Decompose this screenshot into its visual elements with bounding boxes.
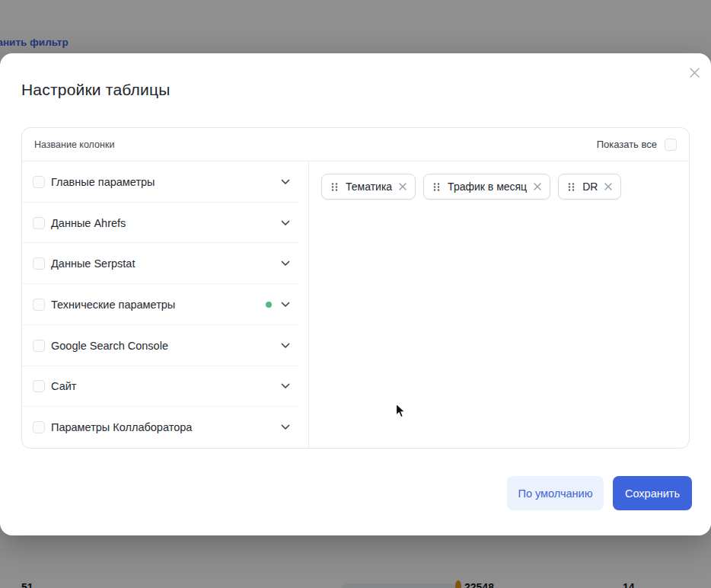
group-checkbox[interactable] bbox=[33, 176, 45, 188]
group-row-google-search-console[interactable]: Google Search Console bbox=[22, 325, 308, 366]
chip-remove-button[interactable] bbox=[533, 182, 542, 191]
chip-remove-button[interactable] bbox=[398, 182, 407, 191]
close-button[interactable] bbox=[685, 63, 703, 81]
screen: Сохранить фильтр 51 22548 14 Настройки т… bbox=[0, 0, 711, 588]
group-row-collaborator-params[interactable]: Параметры Коллабораторa bbox=[22, 407, 308, 448]
drag-handle-icon[interactable] bbox=[331, 182, 338, 192]
group-label: Сайт bbox=[51, 380, 76, 392]
panel-header: Название колонки Показать все bbox=[22, 128, 689, 161]
show-all-checkbox[interactable] bbox=[665, 139, 677, 151]
close-icon bbox=[689, 67, 700, 78]
chevron-down-icon[interactable] bbox=[281, 220, 290, 226]
drag-handle-icon[interactable] bbox=[433, 182, 440, 192]
drag-handle-icon[interactable] bbox=[568, 182, 575, 192]
group-checkbox[interactable] bbox=[33, 257, 45, 270]
active-indicator-dot bbox=[266, 302, 272, 308]
chip-dr[interactable]: DR bbox=[558, 174, 621, 200]
chevron-down-icon[interactable] bbox=[281, 383, 290, 389]
group-checkbox[interactable] bbox=[33, 217, 45, 229]
group-row-site[interactable]: Сайт bbox=[22, 366, 308, 407]
group-row-serpstat[interactable]: Данные Serpstat bbox=[22, 243, 308, 284]
group-row-ahrefs[interactable]: Данные Ahrefs bbox=[22, 203, 308, 244]
group-row-main-params[interactable]: Главные параметры bbox=[22, 161, 308, 203]
group-label: Данные Ahrefs bbox=[51, 217, 126, 229]
chevron-down-icon[interactable] bbox=[281, 260, 290, 267]
group-label: Google Search Console bbox=[51, 340, 168, 352]
close-icon bbox=[533, 182, 542, 191]
chevron-down-icon[interactable] bbox=[281, 424, 290, 430]
group-label: Параметры Коллабораторa bbox=[51, 421, 192, 433]
group-checkbox[interactable] bbox=[33, 299, 45, 311]
chip-remove-button[interactable] bbox=[604, 182, 613, 191]
group-checkbox[interactable] bbox=[33, 340, 45, 352]
chip-monthly-traffic[interactable]: Трафик в месяц bbox=[423, 174, 550, 200]
default-button[interactable]: По умолчанию bbox=[507, 476, 604, 510]
chip-topic[interactable]: Тематика bbox=[321, 174, 416, 200]
group-row-technical[interactable]: Технические параметры bbox=[22, 284, 308, 325]
columns-panel: Название колонки Показать все Главные па… bbox=[21, 127, 690, 449]
group-checkbox[interactable] bbox=[33, 380, 45, 392]
selected-columns-area: Тематика Трафик в месяц bbox=[309, 161, 689, 448]
show-all-control[interactable]: Показать все bbox=[597, 139, 677, 151]
panel-body: Главные параметры Данные Ahrefs bbox=[22, 161, 689, 448]
close-icon bbox=[398, 182, 407, 191]
group-label: Данные Serpstat bbox=[51, 257, 135, 270]
chevron-down-icon[interactable] bbox=[281, 179, 290, 185]
save-button[interactable]: Сохранить bbox=[613, 476, 692, 510]
chevron-down-icon[interactable] bbox=[281, 343, 290, 349]
group-label: Главные параметры bbox=[51, 176, 155, 188]
panel-header-title: Название колонки bbox=[34, 139, 114, 150]
group-list: Главные параметры Данные Ahrefs bbox=[22, 161, 309, 448]
group-label: Технические параметры bbox=[51, 299, 175, 311]
chevron-down-icon[interactable] bbox=[281, 302, 290, 308]
modal-title: Настройки таблицы bbox=[21, 81, 170, 99]
table-settings-modal: Настройки таблицы Название колонки Показ… bbox=[0, 53, 711, 535]
chip-label: Тематика bbox=[346, 181, 392, 193]
close-icon bbox=[604, 182, 613, 191]
group-checkbox[interactable] bbox=[33, 421, 45, 433]
chip-label: Трафик в месяц bbox=[448, 181, 527, 193]
chip-label: DR bbox=[582, 181, 598, 193]
show-all-label: Показать все bbox=[597, 139, 657, 150]
